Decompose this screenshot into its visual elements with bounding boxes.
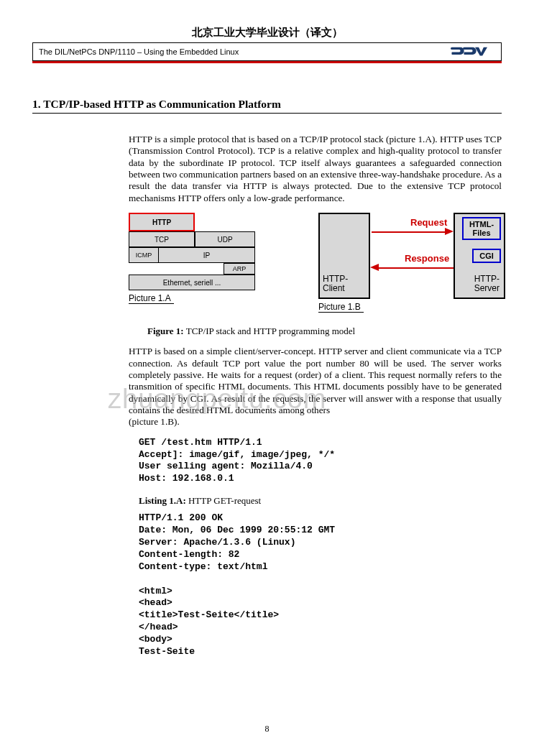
http-server-box: HTML- Files CGI HTTP- Server (454, 213, 505, 299)
stack-udp: UDP (195, 231, 255, 247)
page-top-title: 北京工业大学毕业设计（译文） (0, 0, 534, 42)
header-subtitle: The DIL/NetPCs DNP/1110 – Using the Embe… (39, 47, 239, 56)
html-files-box: HTML- Files (462, 217, 501, 240)
client-server-diagram: HTTP- Client Request Response HTML- File… (318, 213, 505, 313)
listing-caption-bold: Listing 1.A: (139, 495, 186, 506)
stack-diagram: HTTP TCP UDP ICMP IP ARP Ethernet, serie… (129, 213, 255, 313)
code-listing-1a: GET /test.htm HTTP/1.1 Accept]: image/gi… (139, 437, 502, 486)
figure-caption-text: TCP/IP stack and HTTP programming model (184, 326, 356, 336)
page-number: 8 (0, 724, 534, 734)
paragraph-2: HTTP is based on a simple client/server-… (129, 346, 502, 416)
figure-caption-bold: Figure 1: (147, 326, 184, 336)
picture-1a-label: Picture 1.A (129, 293, 174, 304)
ssv-logo (451, 46, 495, 57)
server-label: HTTP- Server (474, 275, 500, 293)
doc-header: The DIL/NetPCs DNP/1110 – Using the Embe… (32, 42, 502, 61)
page-content: 1. TCP/IP-based HTTP as Communication Pl… (32, 63, 502, 658)
paragraph-2b: (picture 1.B). (129, 416, 502, 428)
stack-ip: IP (159, 247, 255, 263)
client-label: HTTP- Client (323, 275, 348, 293)
stack-arp: ARP (224, 263, 255, 275)
listing-1a-caption: Listing 1.A: HTTP GET-request (139, 495, 502, 507)
stack-ethernet: Ethernet, seriell ... (129, 275, 255, 290)
figure-1: HTTP TCP UDP ICMP IP ARP Ethernet, serie… (129, 213, 502, 313)
figure-1-caption: Figure 1: TCP/IP stack and HTTP programm… (147, 326, 502, 337)
section-heading: 1. TCP/IP-based HTTP as Communication Pl… (32, 98, 502, 114)
picture-1b-label: Picture 1.B (318, 302, 364, 313)
http-client-box: HTTP- Client (318, 213, 370, 299)
stack-tcp: TCP (129, 231, 195, 247)
cgi-box: CGI (472, 249, 501, 263)
code-listing-response: HTTP/1.1 200 OK Date: Mon, 06 Dec 1999 2… (139, 512, 502, 658)
listing-caption-text: HTTP GET-request (186, 495, 261, 506)
stack-http: HTTP (129, 213, 195, 231)
stack-icmp: ICMP (129, 247, 159, 263)
request-label: Request (410, 217, 447, 228)
response-label: Response (405, 253, 449, 264)
paragraph-1: HTTP is a simple protocol that is based … (129, 134, 502, 204)
